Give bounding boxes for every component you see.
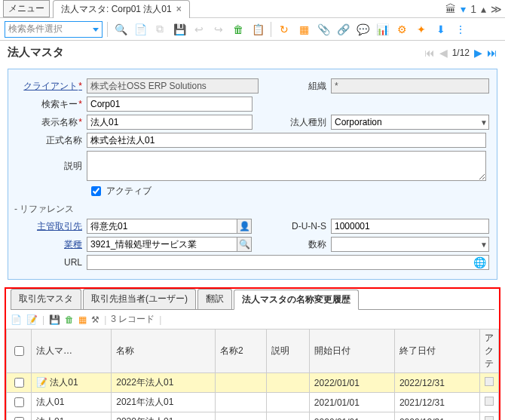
save-icon[interactable]: 💾 [171, 21, 188, 38]
searchkey-label: 検索キー [16, 98, 87, 111]
client-label[interactable]: クライアント [16, 80, 87, 93]
save-record-icon[interactable]: 💾 [49, 314, 60, 325]
numemp-input[interactable] [331, 237, 489, 252]
cell-corp: 法人01 [32, 412, 112, 421]
cell-desc [266, 412, 309, 421]
cell-name2 [216, 373, 267, 393]
window-tab-label: 法人マスタ: Corp01 法人01 [61, 3, 172, 16]
row-checkbox[interactable] [14, 417, 24, 420]
delete-icon[interactable]: 🗑 [230, 21, 246, 38]
customize-icon[interactable]: ⚒ [91, 314, 99, 325]
detail-icon[interactable]: 📝 [26, 314, 38, 325]
chevron-down-icon[interactable]: ▼ [480, 118, 488, 127]
url-input[interactable] [87, 255, 489, 270]
cell-start: 2022/01/01 [309, 373, 394, 393]
cell-active [480, 412, 499, 421]
col-end[interactable]: 終了日付 [394, 330, 479, 373]
collapse-icon[interactable]: ▾ [461, 3, 466, 15]
duns-input[interactable] [331, 219, 489, 234]
cell-start: 2020/01/01 [309, 412, 394, 421]
mainpartner-label[interactable]: 主管取引先 [16, 220, 87, 233]
officialname-input[interactable] [87, 133, 486, 148]
chevron-down-icon[interactable]: ▼ [480, 241, 488, 249]
window-tab[interactable]: 法人マスタ: Corp01 法人01 × [53, 0, 190, 18]
industry-lookup-icon[interactable]: 🔍 [237, 237, 252, 252]
link-icon[interactable]: 🔗 [335, 21, 351, 38]
table-row[interactable]: 法人012020年法人012020/01/012020/12/31 [7, 412, 499, 421]
org-field [331, 78, 489, 94]
legaltype-label[interactable]: 法人種別 [286, 116, 331, 129]
undo-icon[interactable]: ↩ [191, 21, 207, 38]
table-row[interactable]: 法人012021年法人012021/01/012021/12/31 [7, 393, 499, 412]
industry-input[interactable] [87, 237, 237, 252]
pager-text: 1/12 [452, 48, 470, 58]
col-name[interactable]: 名称 [112, 330, 216, 373]
new-record-icon[interactable]: 📄 [11, 314, 22, 325]
search-condition-select[interactable]: 検索条件選択 [5, 21, 103, 38]
expand-icon[interactable]: ▴ [481, 3, 486, 15]
toggle-icon[interactable]: ▦ [78, 314, 87, 325]
cell-name: 2020年法人01 [112, 412, 216, 421]
next-page-icon[interactable]: ▶ [474, 47, 482, 59]
col-active[interactable]: アクテ [480, 330, 499, 373]
mainpartner-input[interactable] [87, 219, 237, 234]
col-desc[interactable]: 説明 [266, 330, 309, 373]
reference-section: - リファレンス [14, 203, 489, 216]
attachment-icon[interactable]: 📎 [315, 21, 332, 38]
searchkey-input[interactable] [87, 97, 252, 112]
redo-icon[interactable]: ↪ [210, 21, 227, 38]
duns-label: D-U-N-S [286, 221, 331, 231]
prev-page-icon: ◀ [439, 47, 448, 59]
kebab-icon[interactable]: ⋮ [452, 21, 469, 38]
cell-name: 2022年法人01 [112, 373, 216, 393]
col-corp[interactable]: 法人マ… [32, 330, 112, 373]
chat-icon[interactable]: 💬 [354, 21, 371, 38]
delete-record-icon[interactable]: 🗑 [65, 314, 74, 325]
history-table: 法人マ… 名称 名称2 説明 開始日付 終了日付 アクテ 📝 法人012022年… [6, 329, 499, 420]
download-icon[interactable]: ⬇ [433, 21, 449, 38]
legaltype-select[interactable] [331, 115, 489, 130]
description-input[interactable] [87, 151, 486, 181]
org-label[interactable]: 組織 [286, 80, 331, 93]
partner-lookup-icon[interactable]: 👤 [237, 219, 252, 234]
form-panel: クライアント 組織 検索キー 表示名称 法人種別 ▼ 正式名称 説明 アクティブ… [8, 69, 497, 280]
record-count: 3 レコード [111, 313, 155, 326]
tab-partner[interactable]: 取引先マスタ [11, 289, 81, 309]
col-start[interactable]: 開始日付 [309, 330, 394, 373]
displayname-label: 表示名称 [16, 116, 87, 129]
copy-icon[interactable]: ⧉ [152, 21, 168, 38]
active-checkbox[interactable] [91, 186, 101, 196]
first-page-icon: ⏮ [424, 47, 435, 59]
table-row[interactable]: 📝 法人012022年法人012022/01/012022/12/31 [7, 373, 499, 393]
globe-icon[interactable]: 🌐 [473, 256, 486, 268]
tab-contact[interactable]: 取引先担当者(ユーザー) [83, 289, 196, 309]
select-all-checkbox[interactable] [14, 346, 24, 356]
home-icon[interactable]: 🏛 [445, 3, 456, 15]
displayname-input[interactable] [87, 115, 252, 130]
industry-label[interactable]: 業種 [16, 238, 87, 251]
process-icon[interactable]: 📋 [249, 21, 266, 38]
refresh-icon[interactable]: ↻ [276, 21, 292, 38]
url-label: URL [16, 257, 87, 268]
tab-name-history[interactable]: 法人マスタの名称変更履歴 [234, 290, 359, 310]
tab-translation[interactable]: 翻訳 [197, 289, 232, 309]
col-name2[interactable]: 名称2 [216, 330, 267, 373]
officialname-label: 正式名称 [16, 134, 87, 147]
report-icon[interactable]: 📊 [374, 21, 390, 38]
numemp-label[interactable]: 数称 [286, 238, 331, 251]
search-icon[interactable]: 🔍 [112, 21, 129, 38]
more-icon[interactable]: ≫ [491, 3, 502, 15]
row-checkbox[interactable] [14, 378, 24, 388]
description-label: 説明 [16, 160, 87, 173]
grid-icon[interactable]: ▦ [295, 21, 312, 38]
last-page-icon[interactable]: ⏭ [487, 47, 497, 59]
action-icon[interactable]: ✦ [413, 21, 430, 38]
cell-end: 2022/12/31 [394, 373, 479, 393]
menu-button[interactable]: メニュー [3, 0, 50, 17]
cell-name2 [216, 393, 267, 412]
gear-icon[interactable]: ⚙ [393, 21, 410, 38]
new-icon[interactable]: 📄 [132, 21, 148, 38]
row-checkbox[interactable] [14, 397, 24, 407]
close-icon[interactable]: × [176, 4, 182, 14]
cell-active [480, 393, 499, 412]
